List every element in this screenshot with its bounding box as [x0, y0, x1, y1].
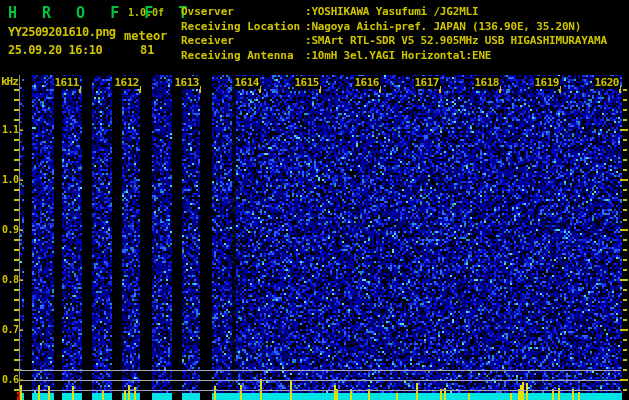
x-axis-label: 1620 — [594, 76, 621, 89]
station-label: Receiving Antenna — [181, 49, 305, 64]
x-axis-label: 1614 — [234, 76, 261, 89]
y-axis-label: 0.9- — [2, 224, 24, 235]
station-label: Receiving Location — [181, 20, 305, 35]
station-value: :SMArt RTL-SDR V5 52.905MHz USB HIGASHIM… — [305, 34, 607, 49]
station-value: :Nagoya Aichi-pref. JAPAN (136.90E, 35.2… — [305, 20, 581, 35]
app-title: H R O F F T — [8, 4, 195, 22]
x-axis-label: 1617 — [414, 76, 441, 89]
station-label: Receiver — [181, 34, 305, 49]
y-axis-label: 0.7- — [2, 324, 24, 335]
x-axis-label: 1619 — [534, 76, 561, 89]
x-axis-label: 1618 — [474, 76, 501, 89]
meteor-count: 81 — [140, 43, 154, 57]
date-time: 25.09.20 16:10 — [8, 43, 102, 57]
station-row-observer: Ovserver :YOSHIKAWA Yasufumi /JG2MLI — [181, 5, 607, 20]
x-axis-label: 1615 — [294, 76, 321, 89]
y-axis-label: 1.0- — [2, 174, 24, 185]
output-filename: YY2509201610.png — [8, 25, 116, 39]
y-axis-label: 0.6- — [2, 374, 24, 385]
station-row-location: Receiving Location :Nagoya Aichi-pref. J… — [181, 20, 607, 35]
x-axis-label: 1611 — [54, 76, 81, 89]
y-axis-unit-label: kHz — [1, 76, 18, 88]
x-axis-label: 1612 — [114, 76, 141, 89]
hrofft-window: H R O F F T 1.0.0f YY2509201610.png mete… — [0, 0, 629, 400]
station-info: Ovserver :YOSHIKAWA Yasufumi /JG2MLI Rec… — [181, 5, 607, 63]
x-axis-label: 1616 — [354, 76, 381, 89]
x-axis-label: 1613 — [174, 76, 201, 89]
station-value: :YOSHIKAWA Yasufumi /JG2MLI — [305, 5, 478, 20]
station-label: Ovserver — [181, 5, 305, 20]
mode-label: meteor — [124, 29, 167, 43]
y-axis-label: 1.1- — [2, 124, 24, 135]
station-row-receiver: Receiver :SMArt RTL-SDR V5 52.905MHz USB… — [181, 34, 607, 49]
app-version: 1.0.0f — [128, 7, 164, 18]
station-row-antenna: Receiving Antenna :10mH 3el.YAGI Horizon… — [181, 49, 607, 64]
station-value: :10mH 3el.YAGI Horizontal:ENE — [305, 49, 491, 64]
y-axis-label: 0.8- — [2, 274, 24, 285]
